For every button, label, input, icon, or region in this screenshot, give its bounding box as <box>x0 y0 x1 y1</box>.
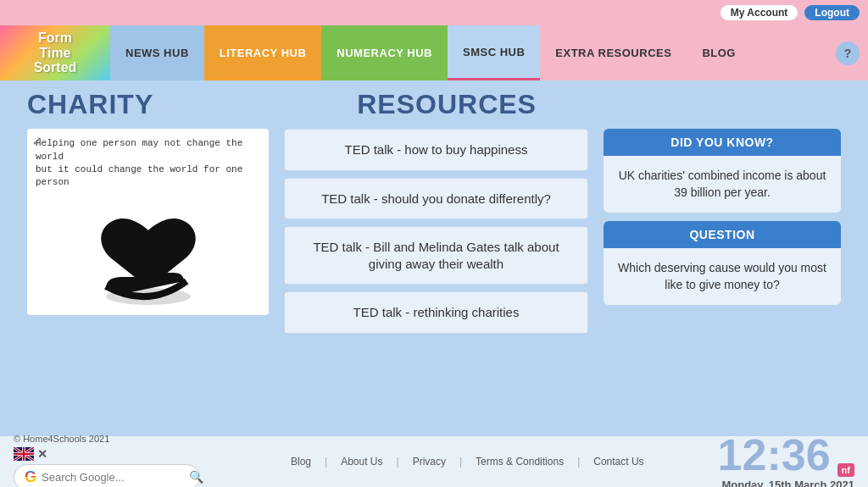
svg-point-0 <box>106 288 191 305</box>
separator-3: | <box>459 456 462 468</box>
charity-image-content: ⤢ Helping one person may not change the … <box>27 130 269 313</box>
footer-link-about[interactable]: About Us <box>341 456 382 468</box>
charity-heart-icon <box>36 205 260 307</box>
google-g-icon: G <box>25 468 36 486</box>
separator-2: | <box>397 456 399 468</box>
resource-item-1[interactable]: TED talk - should you donate differently… <box>284 178 588 220</box>
bottom-left: © Home4Schools 2021 ✕ G 🔍 <box>14 434 217 488</box>
uk-flag-icon <box>14 447 34 461</box>
footer-links: Blog | About Us | Privacy | Terms & Cond… <box>217 456 718 468</box>
copyright: © Home4Schools 2021 <box>14 434 217 444</box>
cross-icon: ✕ <box>37 447 47 461</box>
logo-text: Form Time Sorted <box>34 30 77 75</box>
bottom-right: 12:36 nf Monday, 15th March 2021 <box>718 433 854 488</box>
info-panel: DID YOU KNOW? UK charities' combined inc… <box>604 129 841 305</box>
flag-icons: ✕ <box>14 447 217 461</box>
question-body: Which deserving cause would you most lik… <box>604 248 841 305</box>
my-account-button[interactable]: My Account <box>721 5 798 20</box>
logout-button[interactable]: Logout <box>804 5 860 20</box>
nav-smsc-hub[interactable]: SMSC HUB <box>448 25 540 80</box>
nav-items: NEWS HUB LITERACY HUB NUMERACY HUB SMSC … <box>110 25 836 80</box>
did-you-know-card: DID YOU KNOW? UK charities' combined inc… <box>604 129 841 213</box>
navigation: Form Time Sorted NEWS HUB LITERACY HUB N… <box>0 25 868 80</box>
charity-quote: Helping one person may not change the wo… <box>36 137 260 190</box>
nav-news-hub[interactable]: NEWS HUB <box>110 25 204 80</box>
resource-item-2[interactable]: TED talk - Bill and Melinda Gates talk a… <box>284 226 588 285</box>
help-button[interactable]: ? <box>836 42 860 65</box>
footer-link-privacy[interactable]: Privacy <box>413 456 446 468</box>
page-title-resources: RESOURCES <box>357 89 537 120</box>
resources-panel: TED talk - how to buy happiness TED talk… <box>284 129 588 334</box>
page-title-row: CHARITY RESOURCES <box>27 89 841 120</box>
nav-extra-resources[interactable]: EXTRA RESOURCES <box>540 25 687 80</box>
search-input[interactable] <box>42 471 184 484</box>
nav-blog[interactable]: BLOG <box>687 25 751 80</box>
footer-link-contact[interactable]: Contact Us <box>593 456 643 468</box>
date-display: Monday, 15th March 2021 <box>721 479 854 488</box>
resource-item-3[interactable]: TED talk - rethinking charities <box>284 291 588 334</box>
separator-4: | <box>577 456 580 468</box>
search-magnifier-icon: 🔍 <box>189 470 203 484</box>
logo[interactable]: Form Time Sorted <box>0 25 110 80</box>
clock-display: 12:36 <box>718 433 831 477</box>
footer-link-terms[interactable]: Terms & Conditions <box>476 456 564 468</box>
nav-literacy-hub[interactable]: LITERACY HUB <box>204 25 322 80</box>
resource-item-0[interactable]: TED talk - how to buy happiness <box>284 129 588 171</box>
separator-1: | <box>325 456 327 468</box>
top-bar: My Account Logout <box>0 0 868 25</box>
bottom-bar: © Home4Schools 2021 ✕ G 🔍 Blog | About U… <box>0 436 868 487</box>
nav-numeracy-hub[interactable]: NUMERACY HUB <box>321 25 448 80</box>
page-title-charity: CHARITY <box>27 89 153 120</box>
question-header: QUESTION <box>604 221 841 248</box>
charity-image-panel: ⤢ Helping one person may not change the … <box>27 129 269 315</box>
search-area[interactable]: G 🔍 <box>14 464 200 488</box>
nf-badge: nf <box>837 463 854 477</box>
footer-link-blog[interactable]: Blog <box>291 456 311 468</box>
did-you-know-body: UK charities' combined income is about 3… <box>604 156 841 213</box>
main-content: CHARITY RESOURCES ⤢ Helping one person m… <box>0 80 868 334</box>
did-you-know-header: DID YOU KNOW? <box>604 129 841 156</box>
expand-icon[interactable]: ⤢ <box>32 134 42 147</box>
question-card: QUESTION Which deserving cause would you… <box>604 221 841 305</box>
content-row: ⤢ Helping one person may not change the … <box>27 129 841 334</box>
